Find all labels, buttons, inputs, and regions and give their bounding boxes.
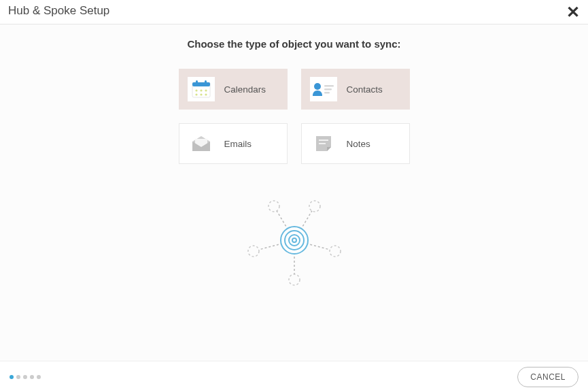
svg-rect-12 — [324, 88, 332, 91]
svg-point-24 — [248, 246, 259, 257]
step-dot — [16, 375, 20, 379]
tile-label: Emails — [224, 139, 252, 149]
svg-rect-16 — [319, 143, 326, 144]
dialog-title: Hub & Spoke Setup — [8, 4, 109, 18]
tile-label: Contacts — [347, 84, 383, 95]
tile-label: Notes — [347, 139, 370, 149]
svg-rect-1 — [192, 82, 210, 86]
svg-rect-13 — [324, 92, 330, 94]
step-dot — [37, 375, 41, 379]
svg-point-10 — [314, 83, 321, 90]
svg-point-8 — [200, 93, 202, 95]
svg-point-26 — [289, 274, 300, 285]
hub-spoke-diagram — [0, 198, 588, 287]
svg-rect-3 — [205, 80, 207, 84]
svg-rect-15 — [319, 140, 328, 141]
svg-rect-11 — [324, 85, 334, 87]
step-dot — [23, 375, 27, 379]
close-button[interactable]: ✕ — [566, 4, 580, 20]
svg-point-25 — [330, 246, 341, 257]
dialog-content: Choose the type of object you want to sy… — [0, 24, 588, 287]
tile-emails[interactable]: Emails — [179, 123, 288, 164]
cancel-button[interactable]: CANCEL — [517, 367, 578, 387]
email-icon — [188, 131, 215, 156]
object-type-grid: Calendars Contacts — [0, 69, 588, 164]
dialog-header: Hub & Spoke Setup ✕ — [0, 0, 588, 24]
tile-calendars[interactable]: Calendars — [179, 69, 288, 110]
step-indicator — [10, 375, 41, 379]
calendar-icon — [188, 77, 215, 101]
svg-point-5 — [200, 89, 202, 91]
dialog-footer: CANCEL — [0, 361, 588, 392]
svg-point-22 — [269, 201, 279, 212]
tile-label: Calendars — [224, 84, 266, 95]
notes-icon — [310, 131, 337, 156]
close-icon: ✕ — [566, 3, 580, 21]
tile-notes[interactable]: Notes — [301, 123, 410, 164]
prompt-text: Choose the type of object you want to sy… — [0, 38, 588, 50]
svg-point-6 — [205, 89, 207, 91]
svg-point-23 — [309, 201, 320, 212]
step-dot — [10, 375, 14, 379]
svg-point-7 — [195, 93, 197, 95]
svg-rect-2 — [196, 80, 198, 84]
tile-contacts[interactable]: Contacts — [301, 69, 410, 110]
step-dot — [30, 375, 34, 379]
svg-point-4 — [195, 89, 197, 91]
contact-icon — [310, 77, 337, 101]
svg-point-9 — [205, 93, 207, 95]
